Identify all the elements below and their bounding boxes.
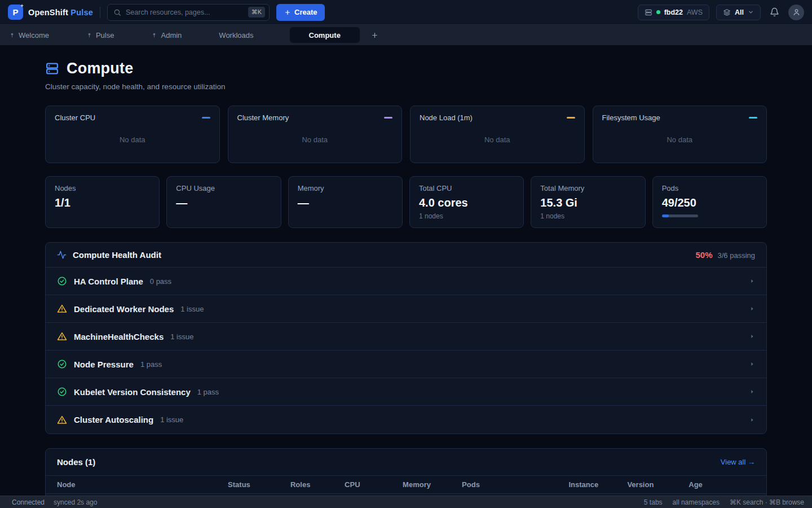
stat-card: CPU Usage — xyxy=(166,176,281,228)
column-header[interactable]: Version xyxy=(627,480,689,489)
audit-row[interactable]: Node Pressure 1 pass xyxy=(46,351,766,378)
chevron-right-icon xyxy=(749,306,755,312)
user-avatar[interactable] xyxy=(788,5,804,20)
topbar: P OpenShift Pulse ⌘K Create fbd22 A xyxy=(0,0,812,25)
connection-status: Connected xyxy=(8,498,45,506)
column-header[interactable]: CPU xyxy=(345,480,403,489)
chevron-down-icon xyxy=(748,9,754,15)
tab-label: Pulse xyxy=(96,31,114,40)
new-tab-button[interactable] xyxy=(369,29,381,41)
audit-check-detail: 1 issue xyxy=(170,332,193,341)
audit-check-name: HA Control Plane xyxy=(74,277,143,286)
legend-dash-icon xyxy=(384,117,392,119)
audit-title: Compute Health Audit xyxy=(73,250,161,260)
chart-empty-state: No data xyxy=(420,135,575,144)
audit-row[interactable]: Kubelet Version Consistency 1 pass xyxy=(46,378,766,406)
connection-label: Connected xyxy=(12,498,45,506)
stat-label: Pods xyxy=(662,184,757,192)
stat-value: 49/250 xyxy=(662,196,757,209)
brand-name: OpenShift Pulse xyxy=(28,8,93,17)
column-header[interactable]: Instance xyxy=(568,480,627,489)
compute-icon xyxy=(45,62,59,76)
global-search[interactable]: ⌘K xyxy=(107,4,270,21)
legend-dash-icon xyxy=(202,117,210,119)
namespace-selector[interactable]: All xyxy=(716,5,761,20)
bell-icon xyxy=(770,7,779,17)
stat-card: Total Memory 15.3 Gi 1 nodes xyxy=(531,176,645,228)
nodes-section: Nodes (1) View all → Node Status Roles C… xyxy=(45,448,767,496)
stat-value: 4.0 cores xyxy=(419,196,514,209)
chart-card: Cluster Memory No data xyxy=(228,106,403,163)
audit-check-detail: 1 issue xyxy=(160,415,183,424)
audit-row[interactable]: Dedicated Worker Nodes 1 issue xyxy=(46,295,766,323)
chevron-right-icon xyxy=(749,278,755,284)
tab[interactable]: Workloads xyxy=(218,27,254,43)
audit-row[interactable]: HA Control Plane 0 pass xyxy=(46,268,766,295)
stat-value: 15.3 Gi xyxy=(540,196,636,209)
column-header[interactable]: Age xyxy=(689,480,755,489)
column-header[interactable]: Node xyxy=(57,480,228,489)
audit-check-name: Cluster Autoscaling xyxy=(74,415,153,424)
pods-progress-bar xyxy=(662,214,698,217)
tab-bar: Welcome Pulse Admin xyxy=(0,25,812,45)
audit-header: Compute Health Audit 50% 3/6 passing xyxy=(46,243,766,268)
stat-label: Memory xyxy=(298,184,393,192)
tab[interactable]: Admin xyxy=(150,27,183,43)
stat-label: CPU Usage xyxy=(176,184,271,192)
chevron-right-icon xyxy=(749,389,755,395)
column-header[interactable]: Status xyxy=(228,480,290,489)
stat-subtext: 1 nodes xyxy=(419,212,514,220)
audit-score-percent: 50% xyxy=(695,250,712,260)
tab[interactable]: Welcome xyxy=(8,27,50,43)
cluster-chip[interactable]: fbd22 AWS xyxy=(638,5,709,20)
view-all-link[interactable]: View all → xyxy=(721,458,755,466)
audit-row[interactable]: Cluster Autoscaling 1 issue xyxy=(46,406,766,433)
stat-card: Memory — xyxy=(288,176,403,228)
shortcut-hints: ⌘K search · ⌘B browse xyxy=(730,498,804,506)
chart-card: Filesystem Usage No data xyxy=(593,106,767,163)
search-icon xyxy=(113,8,121,16)
chart-card: Node Load (1m) No data xyxy=(410,106,585,163)
audit-row[interactable]: MachineHealthChecks 1 issue xyxy=(46,323,766,351)
stat-label: Total CPU xyxy=(419,184,514,192)
stat-label: Nodes xyxy=(55,184,150,192)
page-header: Compute Cluster capacity, node health, a… xyxy=(45,60,767,91)
tab[interactable]: Pulse xyxy=(85,27,116,43)
chart-cards: Cluster CPU No data Cluster Memory No da… xyxy=(45,106,767,163)
warning-triangle-icon xyxy=(57,331,67,341)
chart-title: Node Load (1m) xyxy=(420,113,473,122)
chart-card: Cluster CPU No data xyxy=(45,106,220,163)
cluster-provider: AWS xyxy=(687,8,703,16)
column-header[interactable]: Memory xyxy=(403,480,462,489)
namespace-value: All xyxy=(735,8,744,16)
stat-card: Nodes 1/1 xyxy=(45,176,160,228)
audit-check-detail: 1 issue xyxy=(180,305,204,313)
sparkle-icon xyxy=(20,3,24,8)
tab-label: Compute xyxy=(309,31,341,40)
search-input[interactable] xyxy=(126,8,244,16)
chart-empty-state: No data xyxy=(237,135,393,144)
stat-value: 1/1 xyxy=(55,196,150,209)
audit-check-detail: 0 pass xyxy=(150,277,171,286)
chevron-right-icon xyxy=(749,361,755,367)
pin-icon xyxy=(151,32,157,38)
health-audit-section: Compute Health Audit 50% 3/6 passing xyxy=(45,242,767,434)
brand[interactable]: P OpenShift Pulse xyxy=(8,5,93,20)
page-title: Compute xyxy=(67,60,133,77)
audit-rows: HA Control Plane 0 pass xyxy=(46,268,766,433)
layers-icon xyxy=(723,8,731,16)
column-header[interactable]: Pods xyxy=(462,480,568,489)
notifications-button[interactable] xyxy=(767,5,782,19)
column-header[interactable]: Roles xyxy=(290,480,345,489)
cluster-name: fbd22 xyxy=(664,8,683,16)
create-button[interactable]: Create xyxy=(276,4,325,21)
check-circle-icon xyxy=(57,276,67,286)
create-button-label: Create xyxy=(294,8,317,16)
nodes-table-header: Node Status Roles CPU Memory Pods Instan… xyxy=(46,475,766,494)
audit-score: 50% 3/6 passing xyxy=(695,250,755,260)
tab-label: Admin xyxy=(161,31,182,40)
legend-dash-icon xyxy=(749,117,757,119)
tab[interactable]: Compute xyxy=(290,27,360,43)
stat-value: — xyxy=(176,196,271,209)
brand-primary: OpenShift xyxy=(28,8,68,17)
